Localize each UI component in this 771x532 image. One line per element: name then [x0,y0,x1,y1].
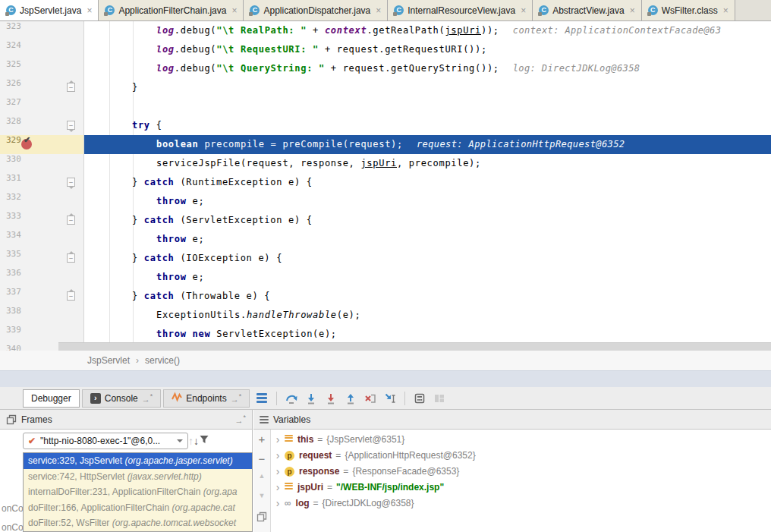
close-tab-icon[interactable]: × [231,6,237,15]
code-token: log [156,63,175,74]
line-number: 336 [6,268,21,278]
variable-row[interactable]: ›this={JspServlet@6351} [271,431,771,447]
debug-tab-console[interactable]: ›Console→* [82,389,162,408]
move-down-button[interactable]: ▼ [253,492,270,499]
expand-chevron-icon[interactable]: › [271,482,285,493]
field-bars-icon [285,433,297,445]
fold-marker-icon[interactable]: − [67,83,75,92]
variable-row[interactable]: ›∞log={DirectJDKLog@6358} [271,495,771,511]
previous-frame-button[interactable]: ↑ [188,435,194,447]
stack-frame-row[interactable]: internalDoFilter:231, ApplicationFilterC… [24,484,252,500]
editor-tab[interactable]: CApplicationFilterChain.java× [99,0,244,20]
code-text-area: throw new ServletException(e); [84,325,771,344]
breadcrumb-class[interactable]: JspServlet [87,355,130,366]
inline-debugger-hint: request: ApplicationHttpRequest@6352 [417,139,625,150]
nav-forward-icon[interactable]: →* [142,392,153,404]
editor-tab[interactable]: CJspServlet.java× [0,0,99,20]
debug-tab-debugger[interactable]: Debugger [23,389,80,408]
filter-frames-button[interactable] [199,435,209,447]
stack-frame-row[interactable]: doFilter:166, ApplicationFilterChain (or… [24,500,252,516]
nav-forward-icon[interactable]: →* [234,414,246,425]
variables-panel: Variables +−▲▼ ›this={JspServlet@6351}›p… [253,410,771,532]
restore-layout-button[interactable] [431,390,448,407]
line-number: 329 [6,135,21,145]
expand-chevron-icon[interactable]: › [271,498,285,508]
fold-marker-icon[interactable]: − [67,291,75,301]
code-line: 323log.debug("\t RealPath: " + context.g… [0,21,771,40]
editor-tab[interactable]: CAbstractView.java× [533,0,642,20]
class-icon: C [250,5,260,15]
debug-tab-endpoints[interactable]: Endpoints→* [163,389,250,408]
expand-chevron-icon[interactable]: › [271,434,285,445]
duplicate-watch-button[interactable] [253,512,270,525]
editor-tab[interactable]: CWsFilter.class× [642,0,735,20]
close-tab-icon[interactable]: × [376,6,381,15]
code-text-area: ExceptionUtils.handleThrowable(e); [84,306,771,325]
add-watch-button[interactable]: + [253,433,270,445]
inline-debugger-hint: context: ApplicationContextFacade@63 [513,25,722,36]
move-up-button[interactable]: ▲ [253,472,270,480]
close-tab-icon[interactable]: × [723,6,729,15]
horizontal-scrollbar[interactable] [58,342,771,351]
variable-row[interactable]: ›presponse={ResponseFacade@6353} [271,463,771,479]
code-token: throw [156,234,187,244]
menu-button[interactable] [253,390,270,407]
breakpoint-icon[interactable]: ✔ [21,139,32,150]
code-text-area: throw e; [84,192,771,211]
equals-sign: = [335,450,341,461]
force-step-into-button[interactable] [323,390,339,407]
variables-panel-title: Variables [273,414,310,425]
code-token: throw [156,196,187,206]
close-tab-icon[interactable]: × [87,6,92,15]
variables-tree: ›this={JspServlet@6351}›prequest={Applic… [271,431,771,511]
stack-frame-row[interactable]: service:329, JspServlet (org.apache.jasp… [24,453,252,469]
code-token: + request.getRequestURI()); [319,44,487,55]
line-number: 332 [6,192,21,202]
variable-row[interactable]: ›prequest={ApplicationHttpRequest@6352} [271,447,771,463]
variable-name: request [299,450,332,461]
line-number: 339 [6,325,21,335]
equals-sign: = [327,482,332,493]
param-icon: p [285,466,299,477]
frame-package: (javax.servlet.http) [127,471,202,482]
code-text-area: } [84,78,771,97]
toolbar-separator [276,392,277,405]
variable-row[interactable]: ›jspUri="/WEB-INF/jsp/index.jsp" [271,479,771,495]
run-to-cursor-button[interactable] [382,390,398,407]
stack-frame-row[interactable]: service:742, HttpServlet (javax.servlet.… [24,469,252,485]
expand-chevron-icon[interactable]: › [271,466,285,477]
expand-chevron-icon[interactable]: › [271,450,285,461]
code-line: 333−} catch (ServletException e) { [0,211,771,230]
line-number: 330 [6,154,21,164]
fold-marker-icon[interactable]: − [67,121,75,130]
code-line: 337−} catch (Throwable e) { [0,287,771,306]
remove-watch-button[interactable]: − [253,452,270,465]
line-number: 324 [6,40,21,50]
code-token: try [132,120,150,131]
step-out-button[interactable] [342,390,359,407]
breadcrumb-method[interactable]: service() [145,355,180,366]
param-icon: p [285,450,299,461]
thread-dropdown[interactable]: ✔ "http-nio-8080-exec-1"@6,0... [23,433,188,449]
editor-tab[interactable]: CInternalResourceView.java× [388,0,533,20]
code-text: } catch (IOException e) { [84,249,771,268]
nav-forward-icon[interactable]: →* [231,392,242,404]
fold-marker-icon[interactable]: − [67,178,75,187]
next-frame-button[interactable]: ↓ [194,435,199,447]
code-token: } [132,253,144,263]
drop-frame-button[interactable] [362,390,379,407]
step-over-button[interactable] [283,390,300,407]
fold-marker-icon[interactable]: − [67,253,75,263]
editor-tab[interactable]: CApplicationDispatcher.java× [244,0,388,20]
step-into-button[interactable] [303,390,319,407]
code-token: + [307,25,325,36]
variable-name: log [296,498,310,508]
close-tab-icon[interactable]: × [521,6,526,15]
stack-frame-row[interactable]: doFilter:52, WsFilter (org.apache.tomcat… [24,515,252,531]
code-line: 332throw e; [0,192,771,211]
close-tab-icon[interactable]: × [630,6,635,15]
fold-marker-icon[interactable]: − [67,216,75,225]
line-number: 337 [6,287,21,297]
code-token: { [150,120,162,131]
evaluate-expression-button[interactable] [411,390,428,407]
